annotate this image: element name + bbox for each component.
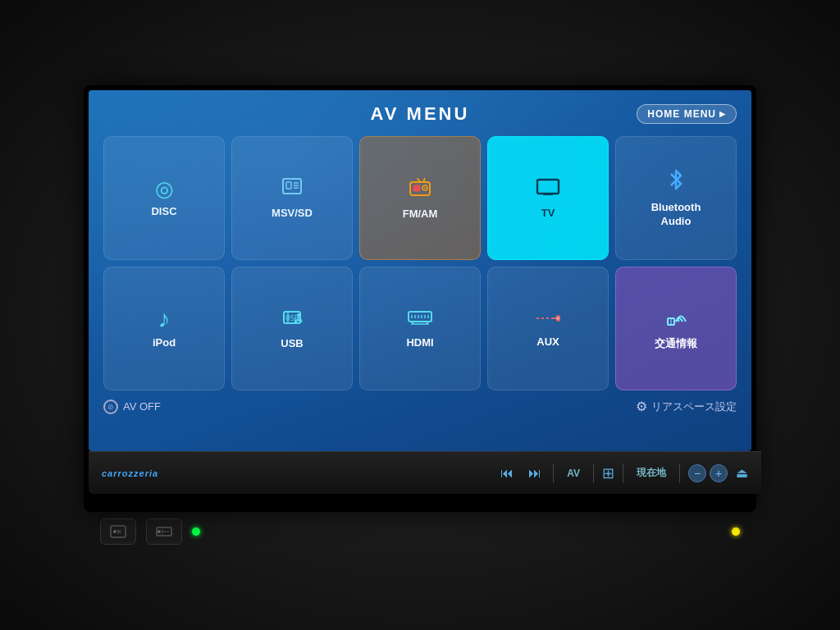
grid-item-bluetooth[interactable]: Bluetooth Audio [615, 136, 737, 260]
rear-settings-icon: ⚙ [636, 399, 647, 414]
separator-1 [553, 463, 554, 483]
brand-name: carrozzeria [102, 468, 158, 478]
plus-minus-controls: − + [688, 464, 728, 482]
indicator-yellow [732, 527, 740, 536]
control-btn-2[interactable] [146, 518, 182, 545]
separator-4 [679, 463, 680, 483]
svg-rect-20 [294, 320, 297, 322]
prev-button[interactable]: ⏮ [497, 464, 517, 482]
traffic-label: 交通情報 [655, 337, 697, 351]
svg-point-32 [556, 317, 559, 320]
msvsd-label: MSV/SD [272, 207, 313, 221]
indicator-green [192, 527, 200, 536]
hardware-bar: carrozzeria ⏮ ⏭ AV ⊞ 現在地 − + ⏏ [89, 451, 761, 494]
rear-settings-label: リアスペース設定 [651, 399, 737, 414]
fmam-label: FM/AM [403, 208, 438, 221]
grid-item-msvsd[interactable]: MSV/SD [231, 136, 353, 260]
msvsd-icon [281, 176, 304, 202]
rear-settings-control[interactable]: ⚙ リアスペース設定 [636, 399, 737, 414]
screen-header: AV MENU HOME MENU [103, 103, 737, 125]
av-off-label: AV OFF [123, 400, 161, 413]
grid-item-usb[interactable]: USB USB [231, 267, 353, 390]
grid-item-tv[interactable]: TV [487, 136, 609, 260]
svg-rect-11 [537, 180, 559, 194]
separator-3 [623, 463, 623, 483]
bottom-controls [100, 518, 200, 545]
usb-label: USB [281, 337, 303, 351]
home-menu-button[interactable]: HOME MENU [637, 104, 737, 124]
hardware-controls: ⏮ ⏭ AV ⊞ 現在地 − + ⏏ [497, 463, 748, 483]
grid-item-traffic[interactable]: 交通情報 [615, 267, 737, 390]
aux-icon [535, 308, 561, 331]
minus-button[interactable]: − [688, 464, 706, 482]
car-frame: AV MENU HOME MENU DISC [0, 0, 840, 630]
av-off-icon: ⊘ [103, 399, 118, 414]
grid-item-ipod[interactable]: ♪ iPod [103, 267, 225, 390]
usb-icon: USB [281, 307, 304, 332]
main-screen: AV MENU HOME MENU DISC [89, 90, 751, 451]
screen-footer: ⊘ AV OFF ⚙ リアスペース設定 [103, 399, 737, 414]
svg-point-17 [297, 313, 300, 317]
bluetooth-icon [666, 167, 686, 196]
next-button[interactable]: ⏭ [525, 464, 545, 482]
svg-point-36 [113, 530, 116, 533]
ipod-label: iPod [153, 336, 176, 350]
aux-label: AUX [536, 336, 559, 349]
svg-line-39 [118, 532, 121, 533]
traffic-icon [663, 307, 689, 332]
eject-button[interactable]: ⏏ [736, 465, 748, 481]
bluetooth-label: Bluetooth Audio [651, 201, 701, 229]
grid-item-hdmi[interactable]: HDMI [359, 267, 481, 390]
svg-point-41 [158, 530, 161, 533]
av-grid: DISC MSV/SD [103, 136, 737, 390]
separator-2 [593, 463, 594, 483]
grid-button[interactable]: ⊞ [602, 464, 614, 482]
svg-point-21 [300, 320, 303, 322]
grid-item-disc[interactable]: DISC [103, 136, 225, 260]
tv-label: TV [541, 207, 555, 221]
svg-rect-1 [286, 182, 291, 189]
hdmi-icon [407, 308, 433, 331]
disc-icon [155, 177, 174, 200]
disc-label: DISC [151, 205, 176, 219]
tv-icon [536, 176, 560, 202]
ipod-icon: ♪ [158, 307, 171, 331]
svg-line-38 [118, 530, 121, 532]
control-btn-1[interactable] [100, 518, 136, 545]
av-button[interactable]: AV [562, 468, 585, 479]
home-button[interactable]: 現在地 [632, 466, 671, 480]
hdmi-label: HDMI [406, 336, 433, 350]
grid-item-fmam[interactable]: FM/AM [359, 136, 481, 260]
svg-point-8 [424, 187, 426, 189]
svg-rect-6 [413, 185, 420, 191]
bottom-area [84, 518, 756, 545]
screen-bezel: AV MENU HOME MENU DISC [84, 85, 756, 512]
av-off-control[interactable]: ⊘ AV OFF [103, 399, 161, 414]
fmam-icon [407, 176, 433, 203]
grid-item-aux[interactable]: AUX [487, 267, 609, 390]
plus-button[interactable]: + [710, 464, 728, 482]
